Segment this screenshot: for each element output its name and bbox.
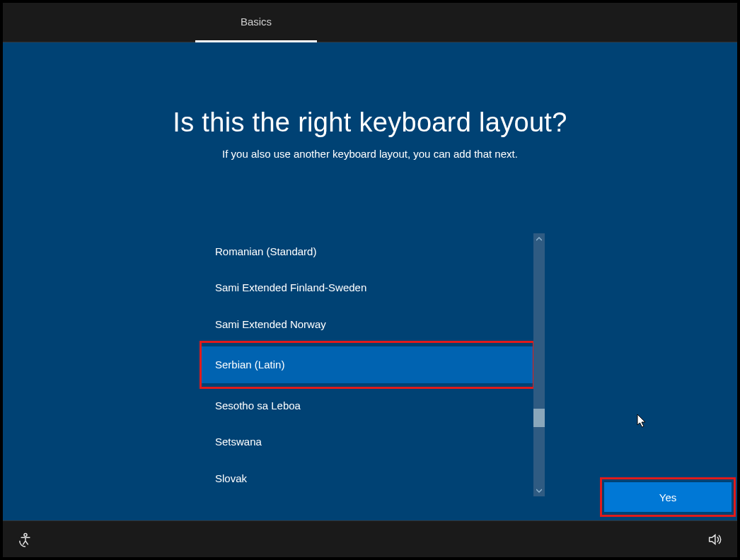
list-item-label: Romanian (Standard) xyxy=(215,245,316,257)
svg-point-0 xyxy=(24,533,27,536)
bottom-bar xyxy=(3,520,737,557)
ease-of-access-icon[interactable] xyxy=(16,530,35,549)
yes-button[interactable]: Yes xyxy=(604,482,732,512)
scroll-down-arrow-icon[interactable] xyxy=(533,485,545,496)
list-item[interactable]: Sami Extended Finland-Sweden xyxy=(201,269,533,305)
keyboard-layout-list-container: Romanian (Standard) Sami Extended Finlan… xyxy=(201,233,545,496)
main-panel: Is this the right keyboard layout? If yo… xyxy=(3,42,737,520)
list-item[interactable]: Sesotho sa Leboa xyxy=(201,387,533,424)
scroll-thumb[interactable] xyxy=(533,409,545,427)
list-item-label: Serbian (Latin) xyxy=(215,358,284,371)
list-item[interactable]: Slovak xyxy=(201,460,533,496)
top-bar: Basics xyxy=(3,3,737,42)
list-item-label: Slovak xyxy=(215,472,247,484)
list-item-label: Sami Extended Norway xyxy=(215,318,326,330)
topbar-spacer xyxy=(3,3,195,42)
list-item-label: Sami Extended Finland-Sweden xyxy=(215,281,366,293)
list-item-label: Setswana xyxy=(215,436,262,448)
scroll-up-arrow-icon[interactable] xyxy=(533,233,545,245)
mouse-cursor-icon xyxy=(637,414,649,429)
list-item-label: Sesotho sa Leboa xyxy=(215,399,301,412)
list-item-selected[interactable]: Serbian (Latin) xyxy=(201,346,533,383)
scrollbar[interactable] xyxy=(533,233,545,496)
keyboard-layout-list[interactable]: Romanian (Standard) Sami Extended Finlan… xyxy=(201,233,533,496)
tab-label: Basics xyxy=(241,16,272,28)
oobe-screen: Basics Is this the right keyboard layout… xyxy=(3,3,737,557)
list-item[interactable]: Romanian (Standard) xyxy=(201,233,533,269)
yes-button-label: Yes xyxy=(659,491,676,503)
page-subtitle: If you also use another keyboard layout,… xyxy=(222,148,518,160)
page-title: Is this the right keyboard layout? xyxy=(173,107,567,138)
tab-basics[interactable]: Basics xyxy=(195,3,317,42)
list-item[interactable]: Sami Extended Norway xyxy=(201,306,533,342)
selected-row-highlight: Serbian (Latin) xyxy=(201,342,533,387)
volume-icon[interactable] xyxy=(705,530,724,549)
list-item[interactable]: Setswana xyxy=(201,424,533,460)
